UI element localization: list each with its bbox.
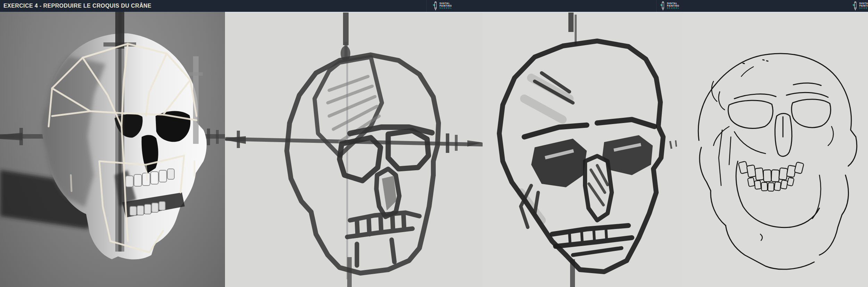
panel-refined-sketch — [483, 12, 682, 287]
dps-logo: DIGITAL PAINTING SCHOOL — [852, 1, 868, 10]
nasal-cavity — [585, 156, 612, 220]
skull-3d-render — [0, 12, 225, 287]
brow-lines — [734, 83, 828, 99]
dps-logo: DIGITAL PAINTING SCHOOL — [660, 1, 680, 10]
title-bar: EXERCICE 4 - REPRODUIRE LE CROQUIS DU CR… — [0, 0, 868, 12]
skull-line-art — [682, 12, 868, 287]
stick-tick-marks — [670, 140, 676, 149]
skull-sketch-blockin — [225, 12, 483, 287]
eye-sockets — [531, 135, 653, 187]
pencil-flag-icon — [660, 1, 665, 10]
brow-ridge — [524, 120, 654, 137]
logo-line3: SCHOOL — [859, 7, 868, 9]
header-seam — [426, 0, 427, 12]
panel-block-in-sketch — [225, 12, 483, 287]
panel-clean-line-art — [682, 12, 868, 287]
pencil-flag-icon — [852, 1, 858, 10]
skull-sketch-refined — [483, 12, 682, 287]
panel-reference-3d-skull — [0, 12, 225, 287]
nasal-aperture — [775, 114, 792, 156]
panel-strip — [0, 12, 868, 287]
page-title: EXERCICE 4 - REPRODUIRE LE CROQUIS DU CR… — [3, 0, 151, 12]
skull-outline — [287, 55, 439, 273]
pencil-flag-icon — [432, 1, 438, 10]
logo-line3: SCHOOL — [667, 7, 680, 9]
nasal-cavity — [376, 169, 399, 217]
dps-logo: DIGITAL PAINTING SCHOOL — [432, 1, 452, 10]
header-seam — [656, 0, 657, 12]
skull-contour — [698, 54, 857, 269]
exercise-screenshot: EXERCICE 4 - REPRODUIRE LE CROQUIS DU CR… — [0, 0, 868, 287]
logo-line3: SCHOOL — [440, 7, 452, 9]
